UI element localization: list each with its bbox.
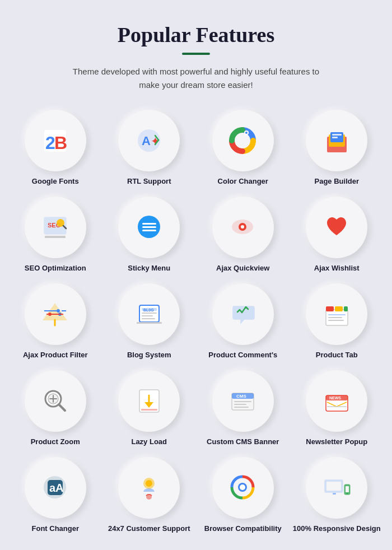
- feature-item-responsive-design: 100% Responsive Design: [293, 457, 381, 534]
- feature-label-product-tab: Product Tab: [316, 351, 358, 360]
- svg-rect-48: [328, 317, 342, 318]
- feature-label-rtl-support: RTL Support: [127, 177, 171, 187]
- feature-label-color-changer: Color Changer: [218, 177, 268, 187]
- svg-point-26: [241, 225, 244, 229]
- feature-item-browser-compatibility: Browser Compatibility: [199, 457, 287, 534]
- feature-label-seo-optimization: SEO Optimization: [25, 264, 86, 273]
- svg-rect-19: [45, 236, 66, 238]
- svg-text:B: B: [54, 133, 67, 153]
- feature-label-blog-system: Blog System: [127, 351, 171, 360]
- blog-system-icon: BL0G: [118, 283, 180, 345]
- feature-item-custom-cms-banner: CMS Custom CMS Banner: [199, 370, 287, 447]
- lazy-load-icon: [118, 370, 180, 432]
- svg-text:BL0G: BL0G: [143, 308, 154, 312]
- svg-rect-23: [142, 230, 156, 231]
- svg-rect-42: [137, 322, 162, 324]
- page-subtitle: Theme developed with most powerful and h…: [62, 65, 330, 92]
- newsletter-popup-icon: NEWS: [306, 370, 367, 432]
- customer-support-icon: [118, 457, 180, 519]
- google-fonts-icon: 2 B: [25, 110, 86, 171]
- svg-point-83: [346, 493, 348, 495]
- svg-point-72: [146, 480, 152, 487]
- feature-item-ajax-wishlist: Ajax Wishlist: [293, 197, 381, 273]
- product-tab-icon: [306, 283, 367, 345]
- svg-rect-14: [332, 137, 338, 138]
- feature-item-sticky-menu: Sticky Menu: [105, 197, 194, 273]
- svg-text:NEWS: NEWS: [329, 396, 341, 400]
- svg-line-52: [59, 404, 65, 411]
- feature-label-lazy-load: Lazy Load: [131, 437, 167, 447]
- svg-rect-41: [142, 318, 155, 319]
- seo-optimization-icon: SEO: [25, 197, 86, 258]
- feature-label-ajax-quickview: Ajax Quickview: [216, 264, 269, 273]
- feature-item-newsletter-popup: NEWS Newsletter Popup: [293, 370, 381, 447]
- svg-text:CMS: CMS: [236, 394, 246, 399]
- feature-label-sticky-menu: Sticky Menu: [128, 264, 170, 273]
- svg-point-77: [240, 484, 245, 490]
- ajax-product-filter-icon: [25, 283, 86, 345]
- svg-point-35: [57, 309, 60, 313]
- feature-item-product-comments: Product Comment's: [199, 283, 287, 360]
- page-title: Popular Features: [118, 22, 274, 47]
- ajax-quickview-icon: [212, 197, 274, 258]
- feature-item-lazy-load: Lazy Load: [105, 370, 194, 447]
- svg-rect-57: [141, 409, 157, 411]
- svg-text:A: A: [142, 134, 151, 148]
- svg-rect-63: [234, 407, 249, 408]
- browser-compatibility-icon: [212, 457, 274, 519]
- svg-rect-47: [328, 314, 346, 315]
- ajax-wishlist-icon: [306, 197, 367, 258]
- feature-item-seo-optimization: SEO SEO Optimization: [11, 197, 100, 273]
- svg-rect-46: [344, 306, 348, 311]
- svg-rect-21: [142, 223, 156, 225]
- feature-label-newsletter-popup: Newsletter Popup: [306, 437, 367, 447]
- feature-item-customer-support: 24x7 Customer Support: [105, 457, 194, 534]
- svg-rect-40: [142, 315, 153, 316]
- color-changer-icon: [212, 110, 274, 171]
- svg-rect-22: [142, 226, 156, 228]
- feature-label-browser-compatibility: Browser Compatibility: [204, 524, 282, 534]
- svg-text:aA: aA: [49, 482, 64, 494]
- svg-rect-61: [234, 401, 251, 402]
- feature-label-font-changer: Font Changer: [32, 524, 80, 534]
- feature-item-google-fonts: 2 B Google Fonts: [11, 110, 100, 187]
- feature-item-ajax-product-filter: Ajax Product Filter: [11, 283, 100, 360]
- page-builder-icon: [306, 110, 367, 171]
- font-changer-icon: aA: [25, 457, 86, 519]
- responsive-design-icon: [306, 457, 367, 519]
- features-grid: 2 B Google Fonts A ✦ RTL Support Color C…: [11, 110, 381, 533]
- feature-item-page-builder: Page Builder: [293, 110, 381, 187]
- custom-cms-banner-icon: CMS: [212, 370, 274, 432]
- svg-rect-62: [234, 404, 246, 405]
- svg-rect-82: [346, 486, 349, 492]
- feature-label-responsive-design: 100% Responsive Design: [293, 524, 381, 534]
- svg-rect-45: [335, 306, 343, 311]
- feature-item-blog-system: BL0G Blog System: [105, 283, 194, 360]
- svg-point-9: [245, 132, 248, 134]
- feature-label-google-fonts: Google Fonts: [32, 177, 79, 187]
- feature-item-ajax-quickview: Ajax Quickview: [199, 197, 287, 273]
- product-comments-icon: [212, 283, 274, 345]
- product-zoom-icon: [25, 370, 86, 432]
- svg-rect-49: [328, 320, 344, 321]
- svg-rect-79: [326, 482, 341, 491]
- feature-label-product-zoom: Product Zoom: [31, 437, 80, 447]
- svg-rect-44: [326, 306, 334, 311]
- feature-label-product-comments: Product Comment's: [208, 351, 277, 360]
- feature-item-color-changer: Color Changer: [199, 110, 287, 187]
- sticky-menu-icon: [118, 197, 180, 258]
- title-underline: [182, 53, 210, 55]
- feature-label-custom-cms-banner: Custom CMS Banner: [207, 437, 279, 447]
- svg-rect-80: [333, 493, 336, 495]
- rtl-support-icon: A ✦: [118, 110, 180, 171]
- feature-item-product-tab: Product Tab: [293, 283, 381, 360]
- feature-item-product-zoom: Product Zoom: [11, 370, 100, 447]
- feature-label-ajax-product-filter: Ajax Product Filter: [23, 351, 88, 360]
- feature-label-ajax-wishlist: Ajax Wishlist: [314, 264, 360, 273]
- feature-item-rtl-support: A ✦ RTL Support: [105, 110, 194, 187]
- svg-point-29: [48, 313, 52, 316]
- feature-label-page-builder: Page Builder: [315, 177, 359, 187]
- svg-rect-13: [332, 134, 342, 136]
- feature-label-customer-support: 24x7 Customer Support: [108, 524, 190, 534]
- feature-item-font-changer: aA Font Changer: [11, 457, 100, 534]
